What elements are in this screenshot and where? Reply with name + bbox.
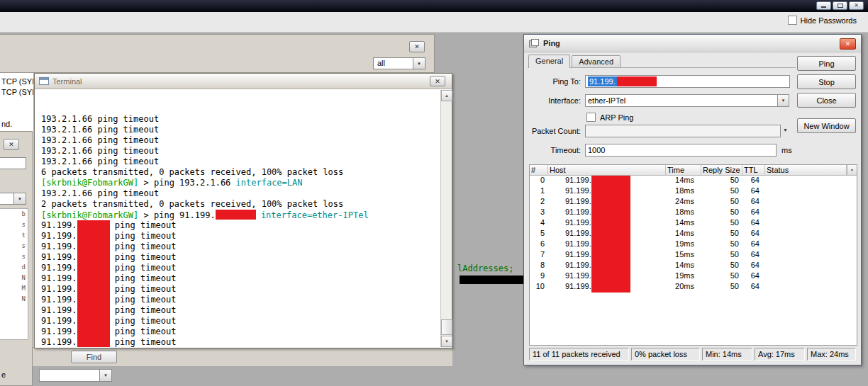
cell-reply-size: 50	[701, 261, 742, 271]
bottom-dropdown[interactable]: ▼	[39, 369, 112, 382]
column-header-number[interactable]: #	[530, 165, 548, 175]
statusbar-cell: Max: 24ms	[807, 348, 856, 361]
host-text: 91.199.	[41, 305, 77, 315]
terminal-icon	[39, 77, 49, 85]
cell-number: 6	[530, 239, 548, 250]
table-row[interactable]: 791.199.15ms5064	[530, 250, 857, 261]
stop-button[interactable]: Stop	[797, 74, 856, 89]
cell-reply-size: 50	[701, 239, 742, 250]
terminal-close-button[interactable]: ✕	[430, 76, 445, 86]
column-header-host[interactable]: Host	[548, 165, 666, 175]
chevron-down-icon[interactable]: ▼	[413, 57, 425, 69]
close-icon: ✕	[854, 3, 859, 8]
table-row[interactable]: 391.199.18ms5064	[530, 208, 857, 218]
cell-reply-size: 50	[701, 197, 742, 208]
panel-dropdown[interactable]: ▼	[0, 193, 26, 205]
background-window-close-button[interactable]: ✕	[409, 41, 425, 52]
cell-number: 7	[530, 250, 548, 261]
timeout-input[interactable]: 1000	[585, 144, 777, 157]
interface-input[interactable]: ether-IPTel	[585, 94, 778, 107]
column-header-status[interactable]: Status	[765, 165, 847, 175]
scroll-down-icon[interactable]: ▼	[441, 336, 452, 347]
cell-ttl: 64	[742, 197, 765, 208]
cell-number: 9	[530, 271, 548, 282]
cell-number: 2	[530, 197, 548, 208]
table-row[interactable]: 591.199.14ms5064	[530, 229, 857, 239]
close-button[interactable]: Close	[797, 93, 856, 108]
panel-close-button[interactable]: ✕	[4, 139, 19, 150]
ping-tab-strip: GeneralAdvanced	[528, 55, 621, 67]
ping-window: Ping ✕ GeneralAdvanced Ping To: 91.199. …	[523, 34, 862, 365]
host-text: 91.199.	[565, 282, 591, 290]
cell-ttl: 64	[742, 186, 765, 197]
table-row[interactable]: 091.199.14ms5064	[530, 176, 857, 186]
scroll-up-icon[interactable]: ▲	[441, 90, 452, 101]
column-header-ttl[interactable]: TTL	[742, 165, 765, 175]
hide-passwords-checkbox[interactable]	[788, 16, 797, 25]
tab-general[interactable]: General	[528, 55, 570, 68]
find-button[interactable]: Find	[71, 351, 117, 363]
cell-time: 24ms	[666, 197, 701, 208]
table-row[interactable]: 491.199.14ms5064	[530, 218, 857, 229]
new-window-button[interactable]: New Window	[797, 118, 856, 133]
table-row[interactable]: 1091.199.20ms5064	[530, 282, 857, 293]
terminal-line: 2 packets transmitted, 0 packets receive…	[41, 199, 440, 210]
left-side-panel: ✕ ▼ bstssdNMN	[0, 131, 33, 386]
ping-button[interactable]: Ping	[797, 56, 856, 71]
redaction-blob	[617, 76, 657, 86]
close-button[interactable]: ✕	[849, 1, 864, 10]
cell-host: 91.199.	[548, 271, 666, 282]
filter-dropdown[interactable]: all ▼	[373, 57, 425, 69]
command-text: ping 91.199.	[154, 210, 216, 220]
table-row[interactable]: 891.199.14ms5064	[530, 261, 857, 271]
table-row[interactable]: 291.199.24ms5064	[530, 197, 857, 208]
terminal-scrollbar[interactable]: ▲ ▼	[440, 90, 452, 347]
host-text: 91.199.	[41, 295, 77, 305]
panel-dropdown-value[interactable]	[0, 193, 14, 205]
filter-dropdown-value[interactable]: all	[373, 57, 413, 69]
redaction-blob	[77, 316, 110, 327]
host-text: 91.199.	[565, 218, 591, 227]
packet-count-input[interactable]	[585, 125, 781, 137]
terminal-output[interactable]: 193.2.1.66 ping timeout193.2.1.66 ping t…	[35, 90, 440, 347]
column-header-time[interactable]: Time	[666, 165, 701, 175]
chevron-down-icon[interactable]: ▼	[100, 369, 112, 382]
cell-reply-size: 50	[701, 218, 742, 229]
redaction-blob	[591, 208, 630, 218]
cell-reply-size: 50	[701, 250, 742, 261]
terminal-line: 91.199. ping timeout	[41, 273, 440, 284]
ping-to-input[interactable]: 91.199.	[585, 75, 790, 88]
terminal-line: 193.2.1.66 ping timeout	[41, 114, 440, 125]
tab-advanced[interactable]: Advanced	[572, 55, 621, 67]
host-text: 91.199.	[565, 197, 591, 205]
arp-ping-checkbox[interactable]	[586, 113, 596, 122]
chevron-down-icon[interactable]: ▼	[14, 193, 26, 205]
terminal-lines: 193.2.1.66 ping timeout193.2.1.66 ping t…	[41, 114, 440, 347]
table-row[interactable]: 691.199.19ms5064	[530, 239, 857, 250]
table-row[interactable]: 191.199.18ms5064	[530, 186, 857, 197]
cell-ttl: 64	[742, 261, 765, 271]
hide-passwords-option[interactable]: Hide Passwords	[788, 16, 857, 25]
column-header-reply-size[interactable]: Reply Size	[701, 165, 742, 175]
cell-ttl: 64	[742, 282, 765, 293]
redaction-blob	[591, 250, 630, 261]
table-row[interactable]: 991.199.19ms5064	[530, 271, 857, 282]
minimize-button[interactable]	[816, 1, 831, 10]
cell-host: 91.199.	[548, 176, 666, 186]
list-fragment-text: N	[0, 294, 28, 305]
table-menu-dropdown[interactable]: ▼	[847, 165, 857, 175]
bottom-dropdown-value[interactable]	[39, 369, 100, 382]
ping-close-button[interactable]: ✕	[840, 38, 856, 50]
panel-input[interactable]	[0, 157, 26, 169]
chevron-down-icon[interactable]: ▼	[783, 127, 788, 132]
interface-argument-text: interface=LAN	[236, 178, 303, 188]
terminal-titlebar[interactable]: Terminal	[35, 74, 452, 89]
close-icon: ✕	[9, 141, 14, 148]
host-text: 91.199.	[565, 186, 591, 195]
ping-titlebar[interactable]: Ping	[524, 35, 861, 52]
maximize-button[interactable]	[833, 1, 847, 10]
interface-dropdown-button[interactable]: ▼	[777, 94, 789, 107]
list-fragment-text: M	[0, 283, 28, 294]
scrollbar-thumb[interactable]	[441, 319, 452, 335]
cell-host: 91.199.	[548, 282, 666, 293]
